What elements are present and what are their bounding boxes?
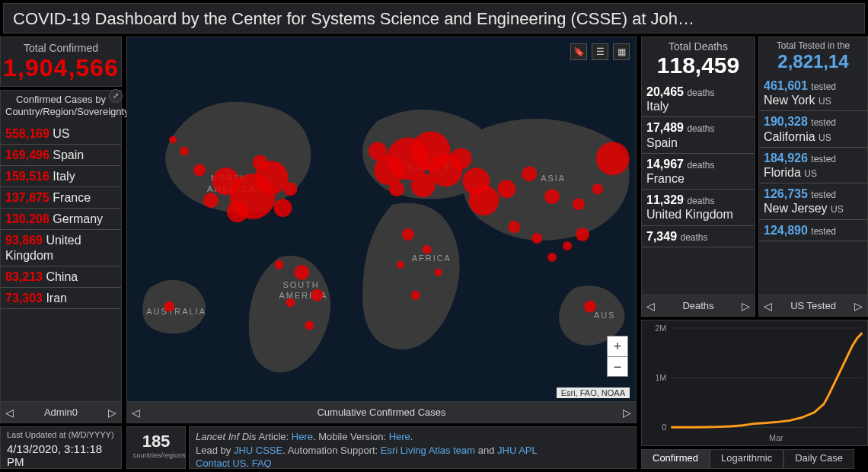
- deaths-panel: Total Deaths 118,459 20,465 deathsItaly1…: [641, 37, 755, 317]
- map-label-af: AFRICA: [412, 254, 452, 263]
- cases-list: 558,169 US169,496 Spain159,516 Italy137,…: [1, 123, 121, 310]
- list-item[interactable]: 137,875 France: [1, 187, 121, 209]
- svg-point-27: [573, 198, 585, 210]
- world-map[interactable]: NORTH AMERICA SOUTH AMERICA EUROPE AFRIC…: [126, 37, 637, 423]
- esri-link[interactable]: Esri Living Atlas team: [381, 445, 475, 456]
- svg-point-40: [584, 301, 596, 313]
- deaths-label: Total Deaths: [642, 37, 755, 53]
- list-item[interactable]: 14,967 deathsFrance: [642, 154, 755, 190]
- deaths-value: 118,459: [642, 53, 755, 78]
- tested-prev[interactable]: ◁: [764, 300, 772, 312]
- svg-point-42: [508, 221, 520, 233]
- list-item[interactable]: 73,303 Iran: [1, 288, 121, 309]
- map-toolbar: 🔖 ☰ ▦: [570, 43, 630, 60]
- zoom-out-button[interactable]: −: [608, 356, 627, 376]
- last-updated-panel: Last Updated at (M/D/YYYY) 4/13/2020, 3:…: [0, 426, 122, 469]
- cases-prev[interactable]: ◁: [5, 407, 14, 419]
- map-next[interactable]: ▷: [623, 407, 631, 419]
- map-label-au2: AUS: [594, 311, 615, 320]
- legend-icon[interactable]: ☰: [592, 43, 608, 60]
- svg-point-8: [203, 193, 219, 208]
- svg-point-25: [522, 166, 537, 181]
- svg-point-41: [164, 301, 174, 312]
- svg-text:2M: 2M: [655, 324, 666, 333]
- list-item[interactable]: 558,169 US: [1, 123, 121, 145]
- page-title: COVID-19 Dashboard by the Center for Sys…: [3, 3, 865, 33]
- zoom-control: + −: [607, 336, 628, 377]
- tab-logarithmic[interactable]: Logarithmic: [710, 449, 783, 469]
- svg-point-24: [497, 180, 515, 198]
- map-prev[interactable]: ◁: [132, 407, 140, 419]
- list-item[interactable]: 93,869 United Kingdom: [1, 230, 121, 266]
- tested-next[interactable]: ▷: [854, 300, 863, 312]
- list-item[interactable]: 169,496 Spain: [1, 145, 121, 166]
- svg-point-22: [389, 181, 404, 196]
- list-item[interactable]: 130,208 Germany: [1, 209, 121, 230]
- list-item[interactable]: 20,465 deathsItaly: [642, 81, 755, 117]
- faq-link[interactable]: FAQ: [252, 458, 272, 469]
- svg-point-6: [227, 201, 248, 222]
- countries-label: countries/regions: [133, 451, 179, 459]
- cases-next[interactable]: ▷: [108, 407, 116, 419]
- mobile-link[interactable]: Here: [389, 431, 410, 442]
- svg-point-30: [402, 228, 414, 241]
- svg-point-9: [193, 164, 206, 176]
- map-label-as: ASIA: [541, 174, 566, 183]
- basemap-icon[interactable]: ▦: [613, 43, 630, 60]
- svg-point-43: [531, 233, 542, 244]
- jhu-csse-link[interactable]: JHU CSSE: [234, 445, 282, 456]
- svg-point-34: [411, 291, 420, 300]
- zoom-in-button[interactable]: +: [608, 336, 627, 356]
- tested-value: 2,821,14: [759, 51, 867, 72]
- jhu-apl-link[interactable]: JHU APL: [497, 445, 538, 456]
- list-item[interactable]: 126,735 testedNew Jersey US: [759, 183, 867, 219]
- svg-point-19: [451, 148, 472, 169]
- list-item[interactable]: 159,516 Italy: [1, 166, 121, 187]
- lancet-link[interactable]: Here: [292, 431, 313, 442]
- cases-panel-heading: Confirmed Cases by Country/Region/Sovere…: [1, 91, 121, 123]
- tab-daily[interactable]: Daily Case: [783, 449, 854, 469]
- confirmed-chart: 01M2MMar: [641, 320, 868, 446]
- updated-value: 4/13/2020, 3:11:18 PM: [7, 442, 115, 468]
- tested-nav-label: US Tested: [790, 300, 836, 311]
- map-label-au1: AUSTRALIA: [146, 307, 206, 316]
- list-item[interactable]: 17,489 deathsSpain: [642, 117, 755, 153]
- chart-tabs: Confirmed Logarithmic Daily Case: [641, 449, 868, 469]
- svg-text:0: 0: [662, 423, 666, 432]
- svg-point-35: [294, 265, 309, 280]
- list-item[interactable]: 7,349 deaths: [642, 226, 755, 247]
- list-item[interactable]: 190,328 testedCalifornia US: [759, 111, 867, 147]
- svg-point-26: [544, 189, 560, 204]
- svg-point-20: [369, 142, 387, 160]
- svg-point-31: [423, 245, 432, 254]
- svg-point-46: [576, 228, 589, 241]
- bookmark-icon[interactable]: 🔖: [570, 43, 587, 60]
- list-item[interactable]: 124,890 tested: [759, 220, 867, 241]
- tested-label: Total Tested in the: [759, 37, 867, 51]
- deaths-prev[interactable]: ◁: [646, 300, 655, 312]
- svg-text:1M: 1M: [655, 373, 666, 382]
- svg-point-23: [469, 185, 499, 215]
- cases-nav-strip: ◁ Admin0 ▷: [1, 401, 121, 423]
- svg-point-38: [305, 321, 314, 330]
- contact-link[interactable]: Contact US: [196, 458, 246, 469]
- tested-nav-strip: ◁ US Tested ▷: [759, 295, 867, 316]
- deaths-nav-label: Deaths: [682, 300, 713, 311]
- svg-text:Mar: Mar: [769, 433, 783, 442]
- svg-point-45: [563, 241, 572, 250]
- total-confirmed-value: 1,904,566: [1, 54, 121, 82]
- svg-point-33: [435, 269, 442, 276]
- map-label-sa: SOUTH: [283, 280, 320, 289]
- deaths-next[interactable]: ▷: [742, 300, 750, 312]
- svg-point-12: [180, 146, 189, 155]
- svg-point-28: [592, 183, 603, 194]
- total-confirmed-label: Total Confirmed: [1, 42, 121, 54]
- list-item[interactable]: 461,601 testedNew York US: [759, 75, 867, 111]
- countries-count-panel: 185 countries/regions: [126, 426, 186, 469]
- expand-icon[interactable]: ⤢: [109, 89, 123, 103]
- list-item[interactable]: 83,213 China: [1, 266, 121, 288]
- svg-point-13: [169, 136, 177, 143]
- list-item[interactable]: 184,926 testedFlorida US: [759, 148, 867, 183]
- list-item[interactable]: 11,329 deathsUnited Kingdom: [642, 190, 755, 225]
- tab-confirmed[interactable]: Confirmed: [641, 449, 710, 469]
